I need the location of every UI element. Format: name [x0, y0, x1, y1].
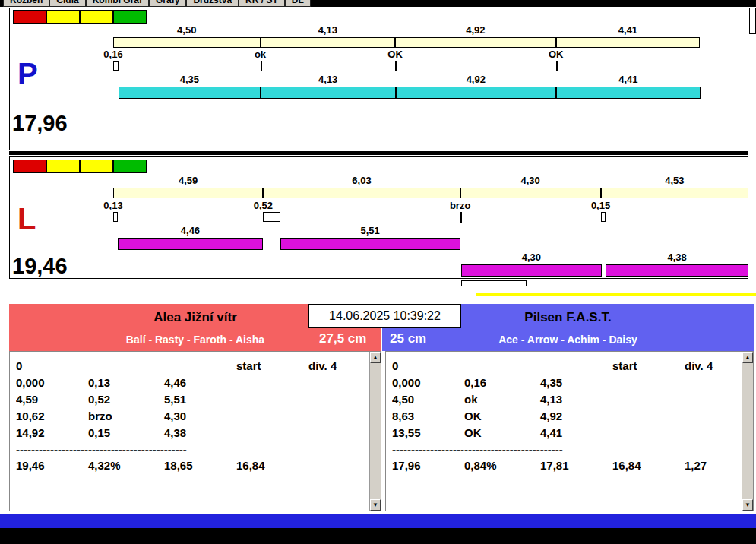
list-separator: ----------------------------------------…: [392, 441, 739, 457]
tab-bar: RozběhČidlaKombi GrafGrafyDružstvaKR / S…: [0, 0, 756, 7]
tab-dl[interactable]: DL: [285, 0, 311, 7]
scrollbar[interactable]: ▲ ▼: [369, 352, 381, 511]
status-square-yellow: [46, 10, 80, 24]
table-row: 0,0000,134,46: [16, 375, 367, 391]
crossing-tick: [556, 61, 558, 71]
table-cell: 4,35: [540, 375, 612, 391]
table-cell: [308, 408, 367, 425]
crossing-label: 0,13: [83, 200, 144, 211]
tab--idla[interactable]: Čidla: [49, 0, 85, 7]
table-row: 0,0000,164,35: [392, 375, 739, 391]
crossing-box: [113, 212, 118, 222]
dog-run-bar: [118, 238, 264, 250]
scroll-up-icon[interactable]: ▲: [742, 352, 753, 363]
table-cell: [464, 358, 540, 375]
table-cell: [308, 391, 367, 408]
team-dogs: Ace - Arrow - Achim - Daisy: [382, 334, 754, 346]
split-time-label: 4,92: [395, 24, 556, 36]
dog-time-label: 4,41: [556, 74, 701, 85]
table-row: 8,63OK4,92: [392, 408, 739, 425]
lane-panel-left: L 19,46 4,596,034,304,530,130,52brzo0,15…: [9, 156, 748, 279]
table-cell: start: [612, 358, 685, 375]
status-square-green: [113, 160, 147, 173]
lane-total: 19,46: [12, 255, 68, 277]
table-cell: 19,46: [16, 457, 88, 474]
tab-kr-st[interactable]: KR / ST: [239, 0, 285, 7]
table-row: 0startdiv. 4: [16, 358, 367, 375]
bottom-status-bar: [0, 514, 756, 528]
ruler-segment: [263, 188, 460, 198]
dog-run-bar: [280, 238, 460, 250]
status-square-red: [13, 10, 46, 24]
table-cell: 4,32%: [88, 457, 164, 474]
split-time-label: 4,30: [460, 175, 601, 186]
list-separator: ----------------------------------------…: [16, 441, 367, 457]
tab-kombi-graf[interactable]: Kombi Graf: [86, 0, 149, 7]
table-cell: [236, 375, 308, 391]
dog-run-bar: [556, 87, 701, 99]
crossing-tick: [460, 212, 462, 223]
crossing-label: brzo: [430, 200, 491, 211]
table-row: 19,464,32%18,6516,84: [16, 457, 367, 474]
ruler-segment: [601, 188, 749, 198]
table-cell: [685, 391, 739, 408]
app-window: RozběhČidlaKombi GrafGrafyDružstvaKR / S…: [0, 0, 756, 544]
progress-rect: [461, 280, 527, 286]
tab-bar-tabs: RozběhČidlaKombi GrafGrafyDružstvaKR / S…: [3, 0, 311, 7]
split-time-label: 4,13: [261, 24, 396, 36]
table-cell: [236, 391, 308, 408]
table-cell: [612, 425, 685, 441]
table-cell: 4,59: [16, 391, 88, 408]
table-cell: [164, 358, 236, 375]
scroll-up-icon[interactable]: ▲: [370, 352, 381, 363]
crossing-box: [113, 61, 119, 71]
table-cell: [308, 457, 367, 474]
table-cell: [308, 375, 367, 391]
table-cell: [612, 375, 685, 391]
table-row: 0startdiv. 4: [392, 358, 739, 375]
table-row: 10,62brzo4,30: [16, 408, 367, 425]
table-cell: 4,38: [164, 425, 236, 441]
table-cell: 0,000: [392, 375, 464, 391]
table-cell: 16,84: [612, 457, 685, 474]
table-cell: ok: [464, 391, 540, 408]
corner-box: [749, 8, 756, 21]
table-cell: 1,27: [685, 457, 739, 474]
crossing-label: ok: [230, 49, 291, 60]
table-row: 13,55OK4,41: [392, 425, 739, 441]
tab-grafy[interactable]: Grafy: [149, 0, 186, 7]
scroll-down-icon[interactable]: ▼: [742, 499, 753, 511]
dog-run-bar: [461, 264, 602, 277]
splits-list-right[interactable]: 0startdiv. 40,0000,164,354,50ok4,138,63O…: [385, 351, 754, 511]
table-cell: [236, 408, 308, 425]
scrollbar[interactable]: ▲ ▼: [742, 352, 753, 511]
table-cell: 0: [392, 358, 464, 375]
table-cell: [685, 408, 739, 425]
crossing-tick: [395, 61, 397, 71]
table-cell: start: [236, 358, 308, 375]
splits-list-left[interactable]: 0startdiv. 40,0000,134,464,590,525,5110,…: [9, 351, 381, 511]
tab-rozb-h[interactable]: Rozběh: [3, 0, 49, 7]
table-cell: 17,96: [392, 457, 464, 474]
table-cell: 8,63: [392, 408, 464, 425]
table-cell: [612, 408, 685, 425]
table-cell: [612, 391, 685, 408]
lane-total: 17,96: [12, 112, 68, 134]
dog-time-label: 4,46: [118, 225, 264, 236]
table-cell: 16,84: [236, 457, 308, 474]
crossing-label: 0,16: [83, 49, 144, 60]
table-cell: 4,41: [540, 425, 612, 441]
lane-letter: L: [17, 204, 36, 234]
footer-area: [0, 528, 756, 544]
table-cell: 0,52: [88, 391, 164, 408]
dog-time-label: 4,13: [261, 74, 396, 85]
tab-dru-stva[interactable]: Družstva: [186, 0, 239, 7]
table-cell: 0,13: [88, 375, 164, 391]
status-square-yellow: [46, 160, 80, 173]
table-cell: 0,84%: [464, 457, 540, 474]
table-cell: 18,65: [164, 457, 236, 474]
status-square-red: [13, 160, 46, 173]
scroll-down-icon[interactable]: ▼: [370, 499, 381, 511]
table-cell: 17,81: [540, 457, 612, 474]
table-cell: [88, 358, 164, 375]
